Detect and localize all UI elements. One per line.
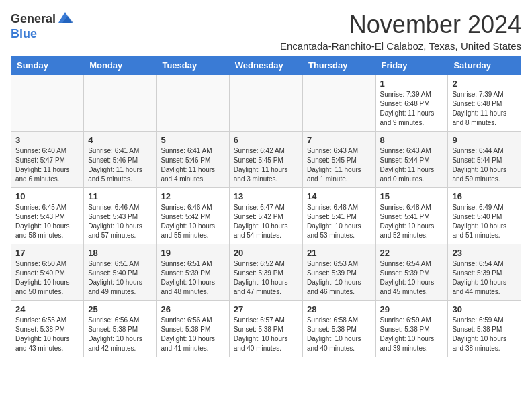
day-info: Sunrise: 6:59 AM Sunset: 5:38 PM Dayligh…	[452, 316, 517, 353]
empty-cell	[11, 75, 84, 132]
day-info: Sunrise: 7:39 AM Sunset: 6:48 PM Dayligh…	[452, 90, 517, 128]
header-friday: Friday	[375, 56, 448, 75]
day-info: Sunrise: 6:55 AM Sunset: 5:38 PM Dayligh…	[15, 316, 79, 353]
day-number: 2	[452, 79, 517, 89]
day-info: Sunrise: 6:41 AM Sunset: 5:46 PM Dayligh…	[161, 146, 224, 184]
day-cell: 21Sunrise: 6:53 AM Sunset: 5:39 PM Dayli…	[302, 244, 375, 301]
day-cell: 8Sunrise: 6:43 AM Sunset: 5:44 PM Daylig…	[375, 132, 448, 188]
day-cell: 12Sunrise: 6:46 AM Sunset: 5:42 PM Dayli…	[157, 188, 229, 244]
empty-cell	[84, 75, 157, 132]
day-info: Sunrise: 6:48 AM Sunset: 5:41 PM Dayligh…	[307, 203, 371, 240]
header-row: SundayMondayTuesdayWednesdayThursdayFrid…	[11, 56, 521, 75]
day-info: Sunrise: 6:42 AM Sunset: 5:45 PM Dayligh…	[234, 146, 298, 184]
day-info: Sunrise: 6:51 AM Sunset: 5:40 PM Dayligh…	[88, 259, 152, 297]
header-monday: Monday	[84, 56, 157, 75]
day-info: Sunrise: 6:43 AM Sunset: 5:44 PM Dayligh…	[380, 146, 444, 184]
day-number: 29	[380, 304, 444, 314]
logo-general: General	[11, 12, 56, 26]
day-number: 8	[380, 135, 444, 145]
day-number: 11	[88, 191, 152, 201]
day-info: Sunrise: 6:56 AM Sunset: 5:38 PM Dayligh…	[88, 316, 152, 353]
day-info: Sunrise: 6:50 AM Sunset: 5:40 PM Dayligh…	[15, 259, 79, 297]
day-cell: 22Sunrise: 6:54 AM Sunset: 5:39 PM Dayli…	[375, 244, 448, 301]
subtitle: Encantada-Ranchito-El Calaboz, Texas, Un…	[280, 40, 521, 52]
day-number: 9	[452, 135, 517, 145]
day-number: 24	[15, 304, 79, 314]
day-number: 30	[452, 304, 517, 314]
header-saturday: Saturday	[448, 56, 521, 75]
day-cell: 11Sunrise: 6:46 AM Sunset: 5:43 PM Dayli…	[84, 188, 157, 244]
day-number: 1	[380, 79, 444, 89]
day-info: Sunrise: 6:46 AM Sunset: 5:43 PM Dayligh…	[88, 203, 152, 240]
day-info: Sunrise: 6:59 AM Sunset: 5:38 PM Dayligh…	[380, 316, 444, 353]
day-cell: 18Sunrise: 6:51 AM Sunset: 5:40 PM Dayli…	[84, 244, 157, 301]
empty-cell	[229, 75, 302, 132]
day-number: 28	[307, 304, 371, 314]
day-info: Sunrise: 6:45 AM Sunset: 5:43 PM Dayligh…	[15, 203, 79, 240]
day-number: 22	[380, 248, 444, 258]
day-cell: 26Sunrise: 6:56 AM Sunset: 5:38 PM Dayli…	[157, 301, 229, 357]
day-info: Sunrise: 6:47 AM Sunset: 5:42 PM Dayligh…	[234, 203, 298, 240]
week-row: 24Sunrise: 6:55 AM Sunset: 5:38 PM Dayli…	[11, 301, 521, 357]
day-info: Sunrise: 7:39 AM Sunset: 6:48 PM Dayligh…	[380, 90, 444, 128]
week-row: 17Sunrise: 6:50 AM Sunset: 5:40 PM Dayli…	[11, 244, 521, 301]
day-info: Sunrise: 6:53 AM Sunset: 5:39 PM Dayligh…	[307, 259, 371, 297]
day-number: 16	[452, 191, 517, 201]
header-tuesday: Tuesday	[157, 56, 229, 75]
week-row: 10Sunrise: 6:45 AM Sunset: 5:43 PM Dayli…	[11, 188, 521, 244]
day-number: 27	[234, 304, 298, 314]
day-info: Sunrise: 6:52 AM Sunset: 5:39 PM Dayligh…	[234, 259, 298, 297]
week-row: 3Sunrise: 6:40 AM Sunset: 5:47 PM Daylig…	[11, 132, 521, 188]
day-cell: 6Sunrise: 6:42 AM Sunset: 5:45 PM Daylig…	[229, 132, 302, 188]
day-cell: 16Sunrise: 6:49 AM Sunset: 5:40 PM Dayli…	[448, 188, 521, 244]
day-info: Sunrise: 6:54 AM Sunset: 5:39 PM Dayligh…	[452, 259, 517, 297]
day-number: 20	[234, 248, 298, 258]
day-info: Sunrise: 6:43 AM Sunset: 5:45 PM Dayligh…	[307, 146, 371, 184]
day-cell: 29Sunrise: 6:59 AM Sunset: 5:38 PM Dayli…	[375, 301, 448, 357]
day-cell: 19Sunrise: 6:51 AM Sunset: 5:39 PM Dayli…	[157, 244, 229, 301]
day-number: 21	[307, 248, 371, 258]
page-header: General Blue November 2024 Encantada-Ran…	[11, 11, 521, 52]
day-info: Sunrise: 6:41 AM Sunset: 5:46 PM Dayligh…	[88, 146, 152, 184]
day-info: Sunrise: 6:54 AM Sunset: 5:39 PM Dayligh…	[380, 259, 444, 297]
day-number: 25	[88, 304, 152, 314]
day-info: Sunrise: 6:57 AM Sunset: 5:38 PM Dayligh…	[234, 316, 298, 353]
month-title: November 2024	[280, 11, 521, 39]
day-number: 14	[307, 191, 371, 201]
empty-cell	[302, 75, 375, 132]
day-cell: 4Sunrise: 6:41 AM Sunset: 5:46 PM Daylig…	[84, 132, 157, 188]
day-cell: 24Sunrise: 6:55 AM Sunset: 5:38 PM Dayli…	[11, 301, 84, 357]
day-cell: 28Sunrise: 6:58 AM Sunset: 5:38 PM Dayli…	[302, 301, 375, 357]
day-cell: 23Sunrise: 6:54 AM Sunset: 5:39 PM Dayli…	[448, 244, 521, 301]
day-number: 23	[452, 248, 517, 258]
empty-cell	[157, 75, 229, 132]
day-number: 18	[88, 248, 152, 258]
day-number: 12	[161, 191, 224, 201]
day-cell: 13Sunrise: 6:47 AM Sunset: 5:42 PM Dayli…	[229, 188, 302, 244]
day-number: 6	[234, 135, 298, 145]
day-number: 4	[88, 135, 152, 145]
day-info: Sunrise: 6:44 AM Sunset: 5:44 PM Dayligh…	[452, 146, 517, 184]
day-number: 3	[15, 135, 79, 145]
day-cell: 14Sunrise: 6:48 AM Sunset: 5:41 PM Dayli…	[302, 188, 375, 244]
logo: General Blue	[11, 11, 73, 41]
day-info: Sunrise: 6:58 AM Sunset: 5:38 PM Dayligh…	[307, 316, 371, 353]
day-cell: 17Sunrise: 6:50 AM Sunset: 5:40 PM Dayli…	[11, 244, 84, 301]
day-info: Sunrise: 6:49 AM Sunset: 5:40 PM Dayligh…	[452, 203, 517, 240]
day-cell: 27Sunrise: 6:57 AM Sunset: 5:38 PM Dayli…	[229, 301, 302, 357]
day-cell: 15Sunrise: 6:48 AM Sunset: 5:41 PM Dayli…	[375, 188, 448, 244]
day-info: Sunrise: 6:51 AM Sunset: 5:39 PM Dayligh…	[161, 259, 224, 297]
day-number: 13	[234, 191, 298, 201]
day-cell: 7Sunrise: 6:43 AM Sunset: 5:45 PM Daylig…	[302, 132, 375, 188]
header-wednesday: Wednesday	[229, 56, 302, 75]
week-row: 1Sunrise: 7:39 AM Sunset: 6:48 PM Daylig…	[11, 75, 521, 132]
day-info: Sunrise: 6:40 AM Sunset: 5:47 PM Dayligh…	[15, 146, 79, 184]
header-sunday: Sunday	[11, 56, 84, 75]
day-number: 5	[161, 135, 224, 145]
day-cell: 25Sunrise: 6:56 AM Sunset: 5:38 PM Dayli…	[84, 301, 157, 357]
day-cell: 5Sunrise: 6:41 AM Sunset: 5:46 PM Daylig…	[157, 132, 229, 188]
day-cell: 30Sunrise: 6:59 AM Sunset: 5:38 PM Dayli…	[448, 301, 521, 357]
day-number: 17	[15, 248, 79, 258]
day-cell: 3Sunrise: 6:40 AM Sunset: 5:47 PM Daylig…	[11, 132, 84, 188]
day-info: Sunrise: 6:48 AM Sunset: 5:41 PM Dayligh…	[380, 203, 444, 240]
